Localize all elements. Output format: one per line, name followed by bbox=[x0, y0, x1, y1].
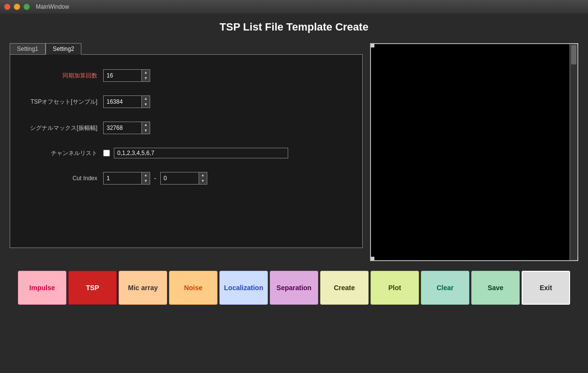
cut-index-from-down-button[interactable]: ▼ bbox=[142, 178, 150, 184]
cut-index-to-up-button[interactable]: ▲ bbox=[199, 172, 207, 178]
separation-button[interactable]: Separation bbox=[270, 271, 318, 305]
tsp-offset-up-button[interactable]: ▲ bbox=[142, 96, 150, 102]
tsp-button[interactable]: TSP bbox=[68, 271, 117, 305]
main-content: TSP List File Template Create Setting1 S… bbox=[0, 14, 588, 310]
cut-index-to-input[interactable] bbox=[160, 172, 199, 185]
cut-index-label: Cut Index bbox=[20, 175, 97, 182]
channel-checkbox[interactable] bbox=[103, 150, 110, 156]
create-button[interactable]: Create bbox=[320, 271, 369, 305]
cut-index-to-down-button[interactable]: ▼ bbox=[199, 178, 207, 184]
localization-button[interactable]: Localization bbox=[219, 271, 268, 305]
cut-index-field-row: Cut Index ▲ ▼ - bbox=[20, 172, 353, 185]
cut-index-from-btns: ▲ ▼ bbox=[142, 172, 150, 185]
signal-max-spinbox-btns: ▲ ▼ bbox=[142, 122, 150, 134]
tab-setting1[interactable]: Setting1 bbox=[10, 43, 46, 55]
signal-max-input[interactable] bbox=[103, 122, 142, 134]
tabs-container: Setting1 Setting2 bbox=[10, 43, 363, 55]
channel-row bbox=[103, 148, 288, 158]
settings-panel: 同期加算回数 ▲ ▼ TSPオフセット[サンプル] bbox=[10, 54, 363, 248]
impulse-button[interactable]: Impulse bbox=[18, 271, 66, 305]
signal-max-field-row: シグナルマックス[振幅幅] ▲ ▼ bbox=[20, 122, 353, 134]
tsp-offset-spinbox-btns: ▲ ▼ bbox=[142, 95, 150, 108]
cut-index-from-up-button[interactable]: ▲ bbox=[142, 172, 150, 178]
scrollbar-thumb bbox=[571, 45, 576, 64]
title-bar: MainWindow bbox=[0, 0, 588, 14]
tsp-offset-spinbox: ▲ ▼ bbox=[103, 95, 150, 108]
bottom-buttons: Impulse TSP Mic array Noise Localization… bbox=[10, 271, 578, 305]
channel-list-label: チャンネルリスト bbox=[20, 149, 97, 157]
tsp-offset-field-row: TSPオフセット[サンプル] ▲ ▼ bbox=[20, 95, 353, 108]
sync-spinbox: ▲ ▼ bbox=[103, 69, 150, 82]
sync-field-row: 同期加算回数 ▲ ▼ bbox=[20, 69, 353, 82]
tsp-offset-label: TSPオフセット[サンプル] bbox=[20, 98, 97, 106]
sync-label: 同期加算回数 bbox=[20, 72, 97, 80]
exit-button[interactable]: Exit bbox=[522, 271, 570, 305]
close-button[interactable] bbox=[4, 3, 11, 10]
cut-index-row: ▲ ▼ - ▲ ▼ bbox=[103, 172, 207, 185]
sync-down-button[interactable]: ▼ bbox=[142, 76, 150, 81]
minimize-button[interactable] bbox=[14, 3, 20, 10]
signal-max-down-button[interactable]: ▼ bbox=[142, 128, 150, 134]
window-title: MainWindow bbox=[36, 3, 69, 10]
signal-max-label: シグナルマックス[振幅幅] bbox=[20, 124, 97, 132]
save-button[interactable]: Save bbox=[471, 271, 520, 305]
sync-spinbox-btns: ▲ ▼ bbox=[142, 69, 150, 82]
canvas-scrollbar[interactable] bbox=[570, 44, 577, 260]
top-section: Setting1 Setting2 同期加算回数 ▲ ▼ bbox=[10, 43, 578, 261]
signal-max-spinbox: ▲ ▼ bbox=[103, 122, 150, 134]
tsp-offset-down-button[interactable]: ▼ bbox=[142, 102, 150, 108]
cut-index-to-spinbox: ▲ ▼ bbox=[160, 172, 207, 185]
mic-array-button[interactable]: Mic array bbox=[119, 271, 167, 305]
plot-button[interactable]: Plot bbox=[371, 271, 419, 305]
left-panel: Setting1 Setting2 同期加算回数 ▲ ▼ bbox=[10, 43, 363, 261]
sync-up-button[interactable]: ▲ bbox=[142, 70, 150, 76]
tsp-offset-input[interactable] bbox=[103, 95, 142, 108]
channel-list-input[interactable] bbox=[114, 148, 288, 158]
sync-input[interactable] bbox=[103, 69, 142, 82]
cut-index-from-input[interactable] bbox=[103, 172, 142, 185]
maximize-button[interactable] bbox=[23, 3, 30, 10]
channel-list-field-row: チャンネルリスト bbox=[20, 148, 353, 158]
canvas-panel bbox=[370, 43, 578, 261]
cut-index-to-btns: ▲ ▼ bbox=[199, 172, 207, 185]
signal-max-up-button[interactable]: ▲ bbox=[142, 122, 150, 128]
tab-setting2[interactable]: Setting2 bbox=[46, 43, 81, 55]
page-title: TSP List File Template Create bbox=[10, 21, 578, 33]
cut-index-from-spinbox: ▲ ▼ bbox=[103, 172, 150, 185]
corner-tl bbox=[371, 44, 374, 47]
noise-button[interactable]: Noise bbox=[169, 271, 217, 305]
clear-button[interactable]: Clear bbox=[421, 271, 469, 305]
cut-index-dash: - bbox=[154, 174, 156, 182]
corner-bl bbox=[371, 257, 374, 261]
